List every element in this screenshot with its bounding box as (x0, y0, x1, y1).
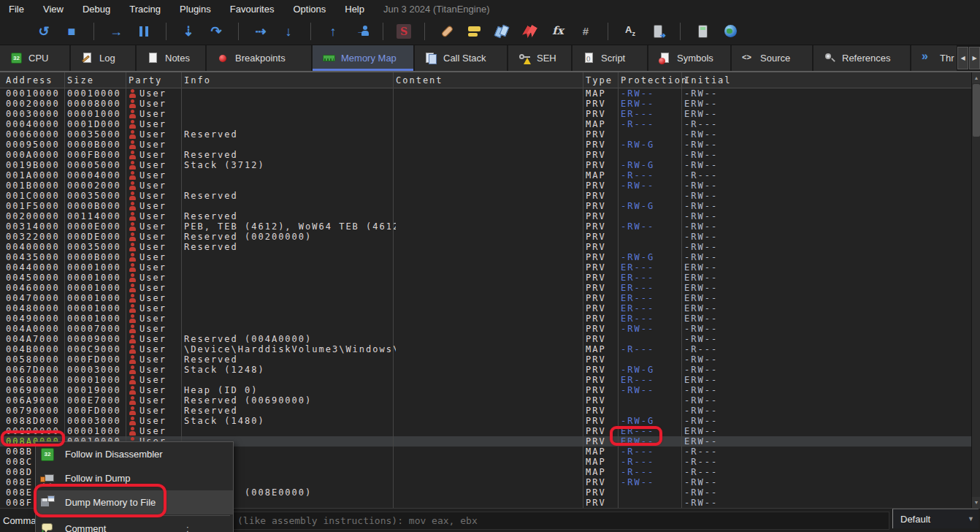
column-header-address[interactable]: Address (6, 75, 67, 86)
user-person-icon (129, 151, 137, 159)
memory-row-00040000[interactable]: 000400000001D000UserMAP-R----R--- (0, 119, 971, 129)
memory-row-00480000[interactable]: 0048000000001000UserPRVER---ERW-- (0, 303, 971, 314)
menu-help[interactable]: Help (345, 4, 364, 15)
calculator-icon[interactable] (694, 23, 711, 40)
memory-row-004A7000[interactable]: 004A700000009000UserReserved (004A0000)P… (0, 334, 971, 344)
menu-view[interactable]: View (43, 4, 64, 15)
tab-script[interactable]: ()Script (573, 45, 647, 71)
scrollbar-thumb[interactable] (973, 84, 980, 137)
menu-options[interactable]: Options (293, 4, 326, 15)
hash-icon[interactable]: # (577, 23, 594, 40)
menu-favourites[interactable]: Favourites (230, 4, 275, 15)
tab-label: Script (601, 53, 625, 64)
fx-icon[interactable]: fx (549, 23, 567, 40)
user-person-icon (129, 232, 137, 241)
tab-threads[interactable]: »Thr (911, 45, 957, 71)
memory-row-00460000[interactable]: 0046000000001000UserPRVER---ERW-- (0, 283, 971, 293)
cell-party: User (129, 406, 184, 416)
memory-row-004B0000[interactable]: 004B0000000C9000User\Device\HarddiskVolu… (0, 344, 971, 354)
tab-scroll-right-button[interactable]: ▶ (969, 47, 980, 69)
memory-row-004A0000[interactable]: 004A000000007000UserPRV-RW---RW-- (0, 324, 971, 334)
tab-scroll-left-button[interactable]: ◀ (957, 47, 968, 69)
memory-row-00680000[interactable]: 0068000000001000UserPRVER---ERW-- (0, 375, 971, 385)
menu-item-follow-in-disassembler[interactable]: 32Follow in Disassembler (36, 442, 233, 466)
tab-call-stack[interactable]: Call Stack (415, 45, 507, 71)
source-s-icon[interactable]: S (397, 24, 411, 39)
vertical-scrollbar[interactable]: ▲ ▼ (971, 72, 980, 508)
memory-row-00060000[interactable]: 0006000000035000UserReservedPRV-RW-- (0, 129, 971, 140)
tab-cpu[interactable]: 32CPU (0, 45, 69, 71)
modules-icon[interactable]: ➔ (649, 23, 667, 40)
case-icon[interactable]: Az (621, 23, 639, 40)
memory-row-00690000[interactable]: 0069000000019000UserHeap (ID 0)PRV-RW---… (0, 385, 971, 395)
menu-plugins[interactable]: Plugins (180, 4, 211, 15)
memory-row-00435000[interactable]: 004350000000B000UserPRV-RW-G-RW-- (0, 252, 971, 262)
step-source-icon[interactable]: ↓ (280, 23, 297, 40)
memory-row-00450000[interactable]: 0045000000001000UserPRVER---ERW-- (0, 273, 971, 283)
memory-row-00890000[interactable]: 0089000000001000UserPRVER---ERW-- (0, 426, 971, 436)
memory-row-00030000[interactable]: 0003000000001000UserPRVER---ERW-- (0, 109, 971, 119)
column-header-initial[interactable]: Initial (684, 75, 903, 86)
tab-notes[interactable]: Notes (137, 45, 205, 71)
memory-row-00010000[interactable]: 0001000000010000UserMAP-RW---RW-- (0, 88, 971, 99)
column-header-content[interactable]: Content (396, 75, 586, 86)
column-header-party[interactable]: Party (129, 75, 184, 86)
memory-row-00790000[interactable]: 00790000000FD000UserReservedPRV-RW-- (0, 406, 971, 416)
menu-debug[interactable]: Debug (83, 4, 110, 15)
memory-row-00580000[interactable]: 00580000000FD000UserReservedPRV-RW-- (0, 354, 971, 365)
tab-memory-map[interactable]: Memory Map (313, 45, 413, 71)
memory-row-00020000[interactable]: 0002000000008000UserPRVERW--ERW-- (0, 99, 971, 109)
memory-row-00200000[interactable]: 0020000000114000UserReservedPRV-RW-- (0, 211, 971, 221)
scroll-down-button[interactable]: ▼ (972, 497, 980, 508)
run-icon[interactable]: → (107, 23, 125, 40)
memory-row-00095000[interactable]: 000950000000B000UserPRV-RW-G-RW-- (0, 140, 971, 150)
memory-row-00440000[interactable]: 0044000000001000UserPRVER---ERW-- (0, 262, 971, 273)
memory-row-001C0000[interactable]: 001C000000035000UserReservedPRV-RW-- (0, 191, 971, 201)
memory-row-00314000[interactable]: 003140000000E000UserPEB, TEB (4612), WoW… (0, 221, 971, 232)
tab-source[interactable]: <>Source (732, 45, 812, 71)
pause-icon[interactable] (135, 23, 153, 40)
close-icon[interactable]: ■ (63, 23, 80, 40)
menu-tracing[interactable]: Tracing (129, 4, 161, 15)
run-to-user-icon[interactable]: → (352, 23, 370, 40)
menu-file[interactable]: File (9, 4, 24, 15)
memory-row-0019B000[interactable]: 0019B00000005000UserStack (3712)PRV-RW-G… (0, 160, 971, 170)
step-over-icon[interactable]: ↷ (207, 23, 225, 40)
step-into-icon[interactable]: ⇣ (180, 23, 197, 40)
column-header-type[interactable]: Type (586, 75, 621, 86)
menu-item-comment[interactable]: +Comment; (36, 517, 233, 532)
column-header-size[interactable]: Size (67, 75, 129, 86)
tab-symbols[interactable]: Symbols (648, 45, 730, 71)
restart-icon[interactable]: ↺ (35, 23, 53, 40)
globe-icon[interactable] (721, 23, 739, 40)
tab-references[interactable]: References (814, 45, 910, 71)
tab-seh[interactable]: SEH (508, 45, 571, 71)
memory-row-00322000[interactable]: 00322000000DE000UserReserved (00200000)P… (0, 232, 971, 242)
memory-row-001F5000[interactable]: 001F50000000B000UserPRV-RW-G-RW-- (0, 201, 971, 211)
memory-row-0067D000[interactable]: 0067D00000003000UserStack (1248)PRV-RW-G… (0, 365, 971, 375)
memory-row-000A0000[interactable]: 000A0000000FB000UserReservedPRV-RW-- (0, 150, 971, 160)
memory-row-001A0000[interactable]: 001A000000004000UserMAP-R----R--- (0, 170, 971, 180)
labels-icon[interactable] (494, 23, 511, 40)
cell-protection (621, 150, 684, 160)
column-header-protection[interactable]: Protection (621, 75, 684, 86)
profile-dropdown[interactable]: Default ▼ (892, 509, 979, 528)
tab-log[interactable]: Log (71, 45, 135, 71)
bookmarks-icon[interactable] (521, 23, 539, 40)
memory-row-001B0000[interactable]: 001B000000002000UserPRV-RW---RW-- (0, 180, 971, 191)
tab-breakpoints[interactable]: Breakpoints (207, 45, 311, 71)
cell-party: User (129, 416, 184, 426)
comments-icon[interactable] (466, 23, 483, 40)
memory-row-0088D000[interactable]: 0088D00000003000UserStack (1480)PRV-RW-G… (0, 416, 971, 426)
step-out-icon[interactable]: ↑ (324, 23, 342, 40)
execute-till-return-icon[interactable]: ⇢ (252, 23, 269, 40)
memory-row-00400000[interactable]: 0040000000035000UserReservedPRV-RW-- (0, 242, 971, 252)
memory-row-006A9000[interactable]: 006A9000000E7000UserReserved (00690000)P… (0, 395, 971, 406)
open-folder-icon[interactable] (7, 23, 25, 40)
column-header-info[interactable]: Info (184, 75, 396, 86)
scroll-up-button[interactable]: ▲ (972, 72, 980, 83)
memory-row-00490000[interactable]: 0049000000001000UserPRVER---ERW-- (0, 314, 971, 324)
memory-row-00470000[interactable]: 0047000000001000UserPRVER---ERW-- (0, 293, 971, 303)
toolbar-separator (93, 23, 94, 40)
patch-icon[interactable] (438, 23, 456, 40)
